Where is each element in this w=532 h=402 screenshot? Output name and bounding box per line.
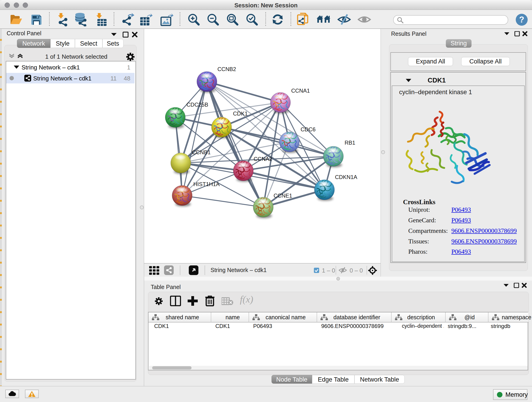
svg-text:CCNA1: CCNA1	[291, 88, 310, 94]
svg-text:CDKN1A: CDKN1A	[335, 174, 357, 180]
svg-text:CDK1: CDK1	[233, 110, 248, 117]
svg-text:CCNB1: CCNB1	[192, 149, 210, 155]
svg-text:CCNB2: CCNB2	[217, 66, 236, 72]
svg-text:CCNA2: CCNA2	[254, 156, 272, 162]
svg-text:CDC6: CDC6	[301, 126, 316, 133]
svg-text:RB1: RB1	[345, 140, 355, 146]
svg-text:CDC25B: CDC25B	[186, 102, 208, 108]
svg-text:HIST1H1A: HIST1H1A	[193, 181, 220, 187]
svg-text:CCNE1: CCNE1	[273, 192, 292, 199]
svg-text:?: ?	[519, 15, 524, 24]
